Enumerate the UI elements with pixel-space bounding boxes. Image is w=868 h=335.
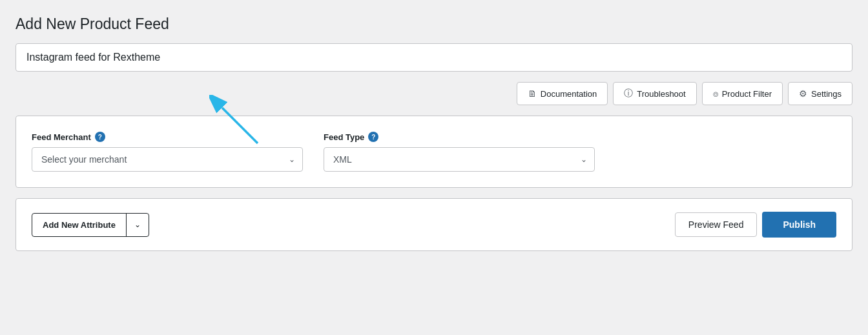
documentation-button[interactable]: 🗎 Documentation	[517, 82, 608, 105]
add-attribute-button[interactable]: Add New Attribute ⌄	[32, 213, 149, 237]
info-icon: ⓘ	[624, 88, 633, 99]
preview-feed-label: Preview Feed	[688, 219, 744, 230]
feed-config-card: Feed Merchant ? Select your merchant ⌄ F…	[16, 116, 852, 188]
feed-name-input[interactable]	[16, 43, 852, 72]
feed-merchant-help-icon[interactable]: ?	[95, 132, 105, 142]
add-attribute-chevron-icon: ⌄	[127, 214, 149, 236]
toolbar-row: 🗎 Documentation ⓘ Troubleshoot ⌾ Product…	[16, 82, 852, 105]
settings-button[interactable]: ⚙ Settings	[788, 82, 852, 105]
troubleshoot-label: Troubleshoot	[637, 89, 685, 99]
feed-merchant-select[interactable]: Select your merchant	[32, 147, 303, 172]
document-icon: 🗎	[528, 88, 537, 99]
preview-feed-button[interactable]: Preview Feed	[675, 212, 758, 237]
product-filter-button[interactable]: ⌾ Product Filter	[702, 82, 783, 105]
page-container: Add New Product Feed 🗎 Documentation ⓘ T…	[0, 0, 868, 267]
feed-merchant-group: Feed Merchant ? Select your merchant ⌄	[32, 132, 303, 172]
feed-merchant-label-row: Feed Merchant ?	[32, 132, 303, 142]
publish-button[interactable]: Publish	[762, 212, 836, 238]
settings-label: Settings	[811, 89, 842, 99]
feed-type-group: Feed Type ? XML CSV TSV JSON ⌄	[324, 132, 595, 172]
feed-type-help-icon[interactable]: ?	[368, 132, 378, 142]
feed-merchant-select-wrapper: Select your merchant ⌄	[32, 147, 303, 172]
feed-merchant-label: Feed Merchant	[32, 132, 91, 142]
fields-row: Feed Merchant ? Select your merchant ⌄ F…	[32, 132, 836, 172]
feed-type-label: Feed Type	[324, 132, 364, 142]
feed-type-label-row: Feed Type ?	[324, 132, 595, 142]
documentation-label: Documentation	[541, 89, 597, 99]
feed-type-select-wrapper: XML CSV TSV JSON ⌄	[324, 147, 595, 172]
gear-icon: ⚙	[799, 88, 807, 99]
troubleshoot-button[interactable]: ⓘ Troubleshoot	[613, 82, 696, 105]
page-title: Add New Product Feed	[16, 15, 852, 33]
feed-type-select[interactable]: XML CSV TSV JSON	[324, 147, 595, 172]
action-bar: Add New Attribute ⌄ Preview Feed Publish	[16, 198, 852, 251]
product-filter-label: Product Filter	[722, 89, 772, 99]
add-attribute-label: Add New Attribute	[32, 214, 127, 236]
filter-icon: ⌾	[713, 88, 718, 99]
right-actions: Preview Feed Publish	[675, 212, 836, 238]
publish-label: Publish	[783, 219, 816, 230]
